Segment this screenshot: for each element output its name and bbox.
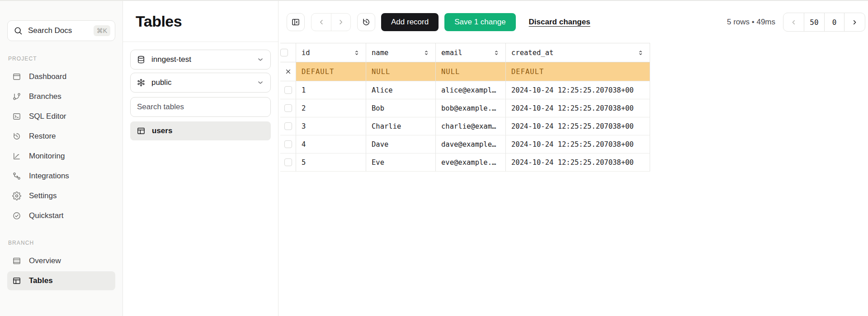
table-cell[interactable]: Eve [366, 153, 436, 172]
sidebar-item-integrations[interactable]: Integrations [7, 167, 115, 186]
monitoring-icon [12, 152, 21, 161]
add-record-button[interactable]: Add record [381, 13, 439, 31]
table-cell[interactable]: 2024-10-24 12:25:25.207038+00 [506, 81, 650, 99]
pending-cell[interactable]: DEFAULT [296, 62, 366, 81]
sidebar: Search Docs ⌘K PROJECTDashboardBranchesS… [0, 1, 123, 316]
row-checkbox[interactable] [284, 140, 292, 148]
sql-editor-icon [12, 112, 21, 121]
search-docs-button[interactable]: Search Docs ⌘K [7, 20, 115, 41]
table-cell[interactable]: alice@exampl… [436, 81, 506, 99]
column-header-email[interactable]: email [436, 43, 506, 62]
sidebar-item-dashboard[interactable]: Dashboard [7, 67, 115, 86]
row-checkbox[interactable] [284, 104, 292, 112]
table-cell[interactable]: 2024-10-24 12:25:25.207038+00 [506, 153, 650, 172]
select-all-cell [280, 43, 296, 62]
sidebar-item-overview[interactable]: Overview [7, 251, 115, 270]
integrations-icon [12, 172, 21, 181]
table-cell[interactable]: 1 [296, 81, 366, 99]
row-checkbox[interactable] [284, 158, 292, 166]
database-selector[interactable]: inngest-test [130, 50, 271, 70]
tables-icon [12, 276, 21, 285]
sort-icon [423, 49, 430, 56]
nav-forward-button[interactable] [331, 14, 350, 31]
table-cell[interactable]: 3 [296, 117, 366, 135]
sidebar-item-label: Quickstart [29, 211, 64, 220]
page-next-button[interactable] [844, 13, 865, 31]
schema-selector[interactable]: public [130, 73, 271, 93]
chevron-left-icon [790, 19, 797, 26]
table-cell[interactable]: 2024-10-24 12:25:25.207038+00 [506, 135, 650, 153]
main-content: Add record Save 1 change Discard changes… [278, 1, 868, 316]
sidebar-item-quickstart[interactable]: Quickstart [7, 206, 115, 225]
column-header-name[interactable]: name [366, 43, 436, 62]
sidebar-item-monitoring[interactable]: Monitoring [7, 147, 115, 166]
sidebar-item-settings[interactable]: Settings [7, 186, 115, 205]
table-cell[interactable]: Dave [366, 135, 436, 153]
sidebar-item-restore[interactable]: Restore [7, 127, 115, 146]
page-prev-button[interactable] [783, 13, 804, 31]
table-cell[interactable]: 2 [296, 99, 366, 117]
table-cell[interactable]: dave@example… [436, 135, 506, 153]
table-cell[interactable]: 2024-10-24 12:25:25.207038+00 [506, 99, 650, 117]
sidebar-item-tables[interactable]: Tables [7, 271, 115, 290]
pending-cell[interactable]: NULL [366, 62, 436, 81]
column-header-id[interactable]: id [296, 43, 366, 62]
pending-cell[interactable]: NULL [436, 62, 506, 81]
column-header-label: id [302, 49, 310, 57]
table-cell[interactable]: Charlie [366, 117, 436, 135]
history-button[interactable] [357, 13, 375, 31]
table-cell[interactable]: 2024-10-24 12:25:25.207038+00 [506, 117, 650, 135]
table-cell[interactable]: eve@example.… [436, 153, 506, 172]
table-cell[interactable]: 4 [296, 135, 366, 153]
history-nav-group [311, 13, 351, 31]
sidebar-item-sql-editor[interactable]: SQL Editor [7, 107, 115, 126]
table-cell[interactable]: charlie@exam… [436, 117, 506, 135]
table-cell[interactable]: bob@example.… [436, 99, 506, 117]
sidebar-item-label: SQL Editor [29, 112, 66, 121]
collapse-panel-button[interactable] [287, 13, 305, 31]
table-name-label: users [152, 126, 172, 135]
schema-icon [137, 78, 146, 87]
pending-cell[interactable]: DEFAULT [506, 62, 650, 81]
page-offset-field[interactable]: 0 [824, 13, 844, 31]
search-docs-label: Search Docs [28, 26, 72, 35]
discard-changes-link[interactable]: Discard changes [529, 18, 590, 27]
table-cell[interactable]: 5 [296, 153, 366, 172]
save-changes-button[interactable]: Save 1 change [444, 13, 515, 31]
row-checkbox[interactable] [284, 86, 292, 94]
quickstart-icon [12, 211, 21, 220]
sidebar-section-title: BRANCH [8, 240, 115, 246]
table-cell[interactable]: Alice [366, 81, 436, 99]
search-tables-input[interactable] [130, 97, 271, 117]
sidebar-item-label: Overview [29, 256, 61, 265]
keyboard-shortcut-badge: ⌘K [94, 25, 110, 36]
sidebar-item-label: Tables [29, 276, 53, 285]
panel-left-collapse-icon [291, 18, 300, 27]
chevron-down-icon [256, 56, 264, 64]
column-header-label: name [372, 49, 388, 57]
sort-icon [637, 49, 644, 56]
search-icon [14, 26, 23, 35]
chevron-right-icon [851, 19, 859, 26]
schema-selector-value: public [151, 78, 171, 87]
remove-pending-row-button[interactable] [280, 62, 296, 81]
table-cell[interactable]: Bob [366, 99, 436, 117]
data-table: idnameemailcreated_atDEFAULTNULLNULLDEFA… [280, 43, 650, 172]
branches-icon [12, 92, 21, 101]
page-size-field[interactable]: 50 [804, 13, 824, 31]
overview-icon [12, 256, 21, 265]
table-list-item-users[interactable]: users [130, 121, 271, 140]
column-header-created_at[interactable]: created_at [506, 43, 650, 62]
column-header-label: created_at [511, 49, 553, 57]
sidebar-section-title: PROJECT [8, 56, 115, 62]
tables-panel: Tables inngest-test public users [123, 1, 278, 316]
tables-list: users [130, 121, 271, 140]
select-all-checkbox[interactable] [280, 49, 288, 56]
sidebar-item-branches[interactable]: Branches [7, 87, 115, 106]
sort-icon [493, 49, 500, 56]
page-title: Tables [136, 13, 278, 30]
row-select-cell [280, 81, 296, 99]
row-checkbox[interactable] [284, 122, 292, 130]
row-select-cell [280, 153, 296, 172]
nav-back-button[interactable] [311, 14, 331, 31]
